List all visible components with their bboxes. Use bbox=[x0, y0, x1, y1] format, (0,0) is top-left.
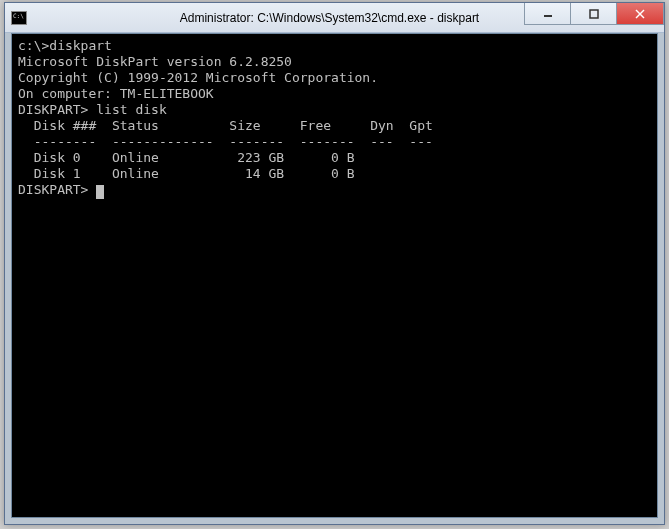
svg-rect-0 bbox=[544, 15, 552, 17]
console-line: DISKPART> bbox=[18, 182, 651, 198]
titlebar[interactable]: Administrator: C:\Windows\System32\cmd.e… bbox=[5, 3, 664, 33]
window-controls bbox=[524, 3, 664, 25]
prompt-text: DISKPART> bbox=[18, 102, 96, 117]
minimize-icon bbox=[543, 9, 553, 19]
minimize-button[interactable] bbox=[524, 3, 570, 25]
text-cursor bbox=[96, 185, 104, 199]
table-divider: -------- ------------- ------- ------- -… bbox=[18, 134, 651, 150]
table-row: Disk 0 Online 223 GB 0 B bbox=[18, 150, 651, 166]
console-line: Microsoft DiskPart version 6.2.8250 bbox=[18, 54, 651, 70]
console-line: Copyright (C) 1999-2012 Microsoft Corpor… bbox=[18, 70, 651, 86]
table-row: Disk 1 Online 14 GB 0 B bbox=[18, 166, 651, 182]
close-button[interactable] bbox=[616, 3, 664, 25]
maximize-button[interactable] bbox=[570, 3, 616, 25]
command-text: diskpart bbox=[49, 38, 112, 53]
command-text: list disk bbox=[96, 102, 166, 117]
prompt-text: DISKPART> bbox=[18, 182, 96, 197]
svg-rect-1 bbox=[590, 10, 598, 18]
console-line: On computer: TM-ELITEBOOK bbox=[18, 86, 651, 102]
cmd-icon bbox=[11, 11, 27, 25]
console-output[interactable]: c:\>diskpartMicrosoft DiskPart version 6… bbox=[11, 33, 658, 518]
maximize-icon bbox=[589, 9, 599, 19]
cmd-window: Administrator: C:\Windows\System32\cmd.e… bbox=[4, 2, 665, 525]
prompt-text: c:\> bbox=[18, 38, 49, 53]
console-line: DISKPART> list disk bbox=[18, 102, 651, 118]
close-icon bbox=[635, 9, 645, 19]
console-line: c:\>diskpart bbox=[18, 38, 651, 54]
table-header: Disk ### Status Size Free Dyn Gpt bbox=[18, 118, 651, 134]
